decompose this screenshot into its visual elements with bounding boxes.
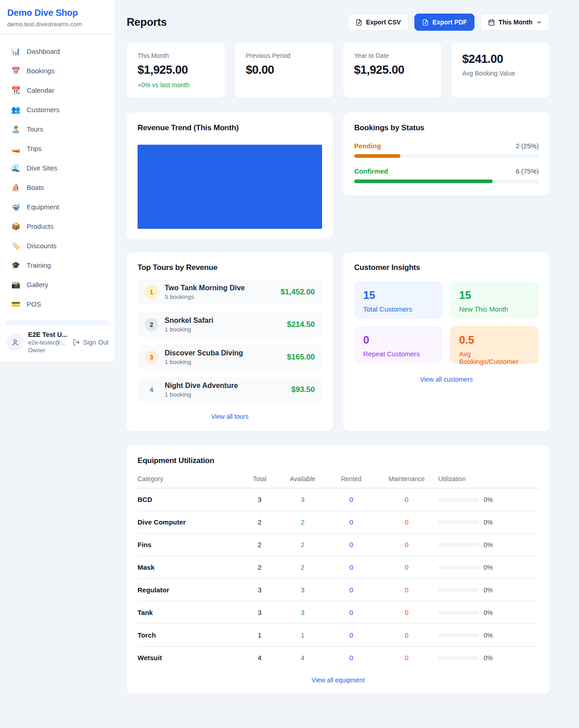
tour-revenue: $214.50 <box>287 320 315 329</box>
equipment-header-row: Category Total Available Rented Maintena… <box>138 475 539 488</box>
utilization-percent: 0% <box>484 564 493 571</box>
sidebar-item-label: Discounts <box>27 241 57 251</box>
available-cell: 3 <box>278 488 327 511</box>
utilization-cell: 0% <box>438 654 539 662</box>
view-all-customers-link[interactable]: View all customers <box>354 375 539 383</box>
rented-cell: 0 <box>327 601 375 624</box>
rented-cell: 0 <box>327 647 375 669</box>
available-cell: 2 <box>278 511 327 534</box>
sidebar-item-label: Equipment <box>27 202 59 212</box>
maintenance-cell: 0 <box>375 647 438 669</box>
stat-card-previous-period: Previous Period $0.00 <box>235 43 333 98</box>
sidebar-item-label: Training <box>27 260 51 270</box>
stat-value: $0.00 <box>246 63 322 77</box>
charts-row: Revenue Trend (This Month) Bookings by S… <box>127 113 550 240</box>
utilization-percent: 0% <box>484 654 493 662</box>
bookings-icon: 📅 <box>11 66 21 76</box>
export-csv-label: Export CSV <box>366 19 401 26</box>
rented-cell: 0 <box>327 579 375 601</box>
user-name: E2E Test U... <box>28 331 68 338</box>
total-cell: 2 <box>242 511 278 534</box>
view-all-tours-link[interactable]: View all tours <box>138 412 322 421</box>
utilization-cell: 0% <box>438 586 539 594</box>
user-role: Owner <box>28 347 68 354</box>
stat-value: $241.00 <box>462 52 539 66</box>
sidebar-item-trips[interactable]: 🚤 Trips <box>5 139 109 158</box>
equipment-utilization-card: Equipment Utilization Category Total Ava… <box>127 445 550 694</box>
sidebar-header: Demo Dive Shop demo.test.divestreams.com <box>0 0 115 34</box>
table-row: Tank 3 3 0 0 0% <box>138 601 539 624</box>
utilization-cell: 0% <box>438 632 539 639</box>
sidebar-item-label: Tours <box>27 124 43 134</box>
view-all-equipment-link[interactable]: View all equipment <box>138 676 539 684</box>
sidebar-item-products[interactable]: 📦 Products <box>5 217 109 236</box>
tour-revenue: $165.00 <box>287 353 315 362</box>
rented-cell: 0 <box>327 624 375 647</box>
calendar-icon <box>488 19 495 26</box>
page-header: Reports Export CSV Export PDF This Month <box>127 14 550 31</box>
sidebar-item-pos[interactable]: 💳 POS <box>5 295 109 314</box>
gallery-icon: 📸 <box>11 280 21 290</box>
maintenance-cell: 0 <box>375 534 438 556</box>
sidebar-item-customers[interactable]: 👥 Customers <box>5 100 109 119</box>
sidebar-item-dashboard[interactable]: 📊 Dashboard <box>5 42 109 61</box>
file-export-icon <box>356 19 362 26</box>
insight-label: Repeat Customers <box>363 350 434 358</box>
dashboard-icon: 📊 <box>11 47 21 57</box>
export-pdf-button[interactable]: Export PDF <box>414 14 475 31</box>
status-progress-track <box>354 154 539 158</box>
available-cell: 4 <box>278 647 327 669</box>
maintenance-cell: 0 <box>375 488 438 511</box>
utilization-percent: 0% <box>484 586 493 594</box>
top-tours-title: Top Tours by Revenue <box>138 263 322 272</box>
utilization-cell: 0% <box>438 541 539 548</box>
shop-domain: demo.test.divestreams.com <box>7 21 108 28</box>
sidebar-item-label: Trips <box>27 144 42 154</box>
category-cell: Mask <box>138 556 242 579</box>
sidebar-item-dive-sites[interactable]: 🌊 Dive Sites <box>5 159 109 178</box>
trips-icon: 🚤 <box>11 144 21 154</box>
sidebar-item-tours[interactable]: 🏝️ Tours <box>5 120 109 139</box>
column-header-rented: Rented <box>327 475 375 488</box>
sidebar-item-calendar[interactable]: 📆 Calendar <box>5 81 109 100</box>
chevron-down-icon <box>536 19 542 25</box>
status-row-pending: Pending 2 (25%) <box>354 142 539 158</box>
total-cell: 2 <box>242 556 278 579</box>
sidebar-item-label: Customers <box>27 105 60 115</box>
equipment-utilization-title: Equipment Utilization <box>138 456 539 465</box>
sign-out-button[interactable]: Sign Out <box>73 339 109 346</box>
table-row: Wetsuit 4 4 0 0 0% <box>138 647 539 669</box>
sidebar-item-bookings[interactable]: 📅 Bookings <box>5 61 109 80</box>
sidebar-item-equipment[interactable]: 🤿 Equipment <box>5 198 109 217</box>
table-row: Fins 2 2 0 0 0% <box>138 534 539 556</box>
user-info: E2E Test U... e2e-tester@... Owner <box>28 331 68 354</box>
equipment-icon: 🤿 <box>11 202 21 212</box>
insight-tile-new-this-month: 15 New This Month <box>450 281 539 319</box>
bookings-by-status-title: Bookings by Status <box>354 123 539 132</box>
sidebar-item-label: Dashboard <box>27 47 60 57</box>
tour-row: 3 Discover Scuba Diving 1 booking $165.0… <box>138 345 322 370</box>
utilization-percent: 0% <box>484 609 493 616</box>
user-email: e2e-tester@... <box>28 339 68 346</box>
insight-value: 15 <box>459 289 530 302</box>
category-cell: Tank <box>138 601 242 624</box>
boats-icon: ⛵ <box>11 183 21 193</box>
tours-icon: 🏝️ <box>11 124 21 134</box>
sidebar-item-reports-partial[interactable] <box>5 320 109 325</box>
period-select[interactable]: This Month <box>480 14 550 31</box>
export-csv-button[interactable]: Export CSV <box>348 14 408 31</box>
period-label: This Month <box>498 19 532 26</box>
dive-sites-icon: 🌊 <box>11 163 21 173</box>
sidebar-item-gallery[interactable]: 📸 Gallery <box>5 275 109 294</box>
insight-tile-avg-bookings: 0.5 Avg Bookings/Customer <box>450 326 539 364</box>
maintenance-cell: 0 <box>375 579 438 601</box>
column-header-maintenance: Maintenance <box>375 475 438 488</box>
insight-tile-total-customers: 15 Total Customers <box>354 281 443 319</box>
sidebar-item-discounts[interactable]: 🏷️ Discounts <box>5 236 109 255</box>
sidebar-item-boats[interactable]: ⛵ Boats <box>5 178 109 197</box>
tour-revenue: $1,452.00 <box>280 288 315 297</box>
maintenance-cell: 0 <box>375 556 438 579</box>
rented-cell: 0 <box>327 534 375 556</box>
total-cell: 2 <box>242 534 278 556</box>
sidebar-item-training[interactable]: 🎓 Training <box>5 256 109 275</box>
